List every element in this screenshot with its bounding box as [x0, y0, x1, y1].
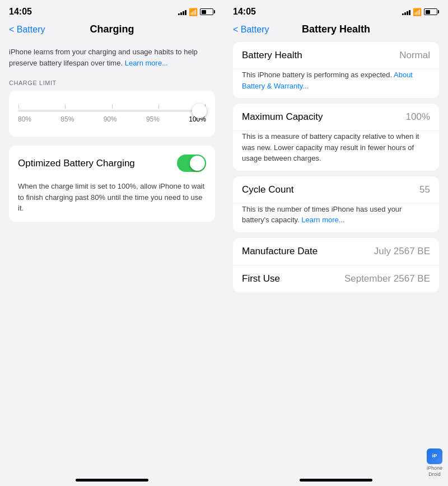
battery-health-card: Battery Health Normal This iPhone batter… — [233, 42, 439, 98]
battery-icon-right — [424, 8, 439, 15]
watermark-text: iPhoneDroid — [427, 465, 442, 478]
learn-more-link-left[interactable]: Learn more... — [125, 59, 168, 67]
slider-card: 80% 85% 90% 95% 100% — [9, 91, 215, 137]
cycle-count-learn-more-link[interactable]: Learn more... — [301, 216, 344, 224]
max-capacity-value: 100% — [406, 111, 430, 123]
manufacture-date-value: July 2567 BE — [374, 246, 430, 257]
max-capacity-desc: This is a measure of battery capacity re… — [233, 131, 439, 171]
back-button-left[interactable]: < Battery — [9, 25, 45, 35]
time-left: 14:05 — [9, 7, 32, 17]
slider-labels: 80% 85% 90% 95% 100% — [18, 115, 206, 123]
time-right: 14:05 — [233, 7, 256, 17]
info-text-left: iPhone learns from your charging and usa… — [9, 42, 215, 68]
max-capacity-row: Maximum Capacity 100% — [233, 104, 439, 131]
slider-fill — [18, 110, 206, 112]
back-button-right[interactable]: < Battery — [233, 25, 269, 35]
manufacture-date-row: Manufacture Date July 2567 BE — [233, 238, 439, 265]
dates-card: Manufacture Date July 2567 BE First Use … — [233, 238, 439, 292]
slider-label-95: 95% — [146, 115, 160, 123]
right-content: Battery Health Normal This iPhone batter… — [224, 42, 448, 486]
battery-health-row: Battery Health Normal — [233, 42, 439, 69]
status-icons-right: 📶 — [402, 8, 439, 16]
status-bar-left: 14:05 📶 — [0, 0, 224, 21]
page-title-left: Charging — [90, 24, 134, 35]
battery-health-title: Battery Health — [242, 50, 302, 61]
wifi-icon-right: 📶 — [413, 8, 422, 16]
home-indicator-right — [300, 479, 372, 482]
left-content: iPhone learns from your charging and usa… — [0, 42, 224, 486]
slider-thumb[interactable] — [192, 104, 207, 118]
slider-label-85: 85% — [60, 115, 74, 123]
first-use-row: First Use September 2567 BE — [233, 265, 439, 292]
optimized-charging-toggle[interactable] — [177, 155, 206, 172]
battery-health-value: Normal — [399, 50, 430, 61]
status-icons-left: 📶 — [178, 8, 215, 16]
slider-label-90: 90% — [104, 115, 117, 123]
toggle-description: When the charge limit is set to 100%, al… — [9, 181, 215, 222]
signal-icon-left — [178, 8, 186, 15]
battery-health-desc: This iPhone battery is performing as exp… — [233, 69, 439, 98]
toggle-row: Optimized Battery Charging — [9, 146, 215, 181]
first-use-title: First Use — [242, 273, 280, 284]
signal-icon-right — [402, 8, 410, 15]
cycle-count-row: Cycle Count 55 — [233, 176, 439, 204]
battery-icon-left — [200, 8, 215, 15]
right-panel: 14:05 📶 < Battery Battery Health — [224, 0, 448, 486]
wifi-icon-left: 📶 — [189, 8, 198, 16]
home-indicator-left — [76, 479, 148, 482]
charge-slider[interactable]: 80% 85% 90% 95% 100% — [18, 104, 206, 123]
watermark: iP iPhoneDroid — [427, 448, 442, 478]
cycle-count-value: 55 — [419, 184, 430, 195]
charge-limit-label: CHARGE LIMIT — [9, 80, 215, 86]
slider-label-80: 80% — [18, 115, 31, 123]
cycle-count-title: Cycle Count — [242, 184, 294, 195]
slider-track — [18, 110, 206, 112]
toggle-label: Optimized Battery Charging — [18, 158, 135, 169]
first-use-value: September 2567 BE — [344, 273, 430, 284]
cycle-count-card: Cycle Count 55 This is the number of tim… — [233, 176, 439, 232]
nav-bar-right: < Battery Battery Health — [224, 21, 448, 42]
left-panel: 14:05 📶 < Battery Charging iPhone learns… — [0, 0, 224, 486]
manufacture-date-title: Manufacture Date — [242, 246, 318, 257]
status-bar-right: 14:05 📶 — [224, 0, 448, 21]
toggle-knob — [190, 156, 205, 171]
watermark-logo: iP — [427, 448, 442, 464]
page-title-right: Battery Health — [302, 24, 370, 35]
max-capacity-title: Maximum Capacity — [242, 111, 323, 123]
optimized-charging-card: Optimized Battery Charging When the char… — [9, 146, 215, 222]
nav-bar-left: < Battery Charging — [0, 21, 224, 42]
max-capacity-card: Maximum Capacity 100% This is a measure … — [233, 104, 439, 171]
cycle-count-desc: This is the number of times iPhone has u… — [233, 204, 439, 232]
tick-marks — [18, 104, 206, 109]
